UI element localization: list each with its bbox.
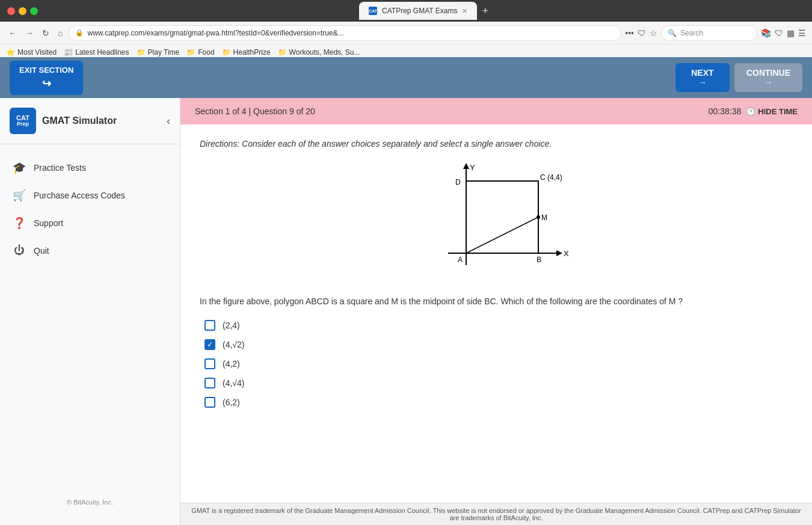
sidebar-label-support: Support xyxy=(34,218,63,228)
folder-icon-healthprize: 📁 xyxy=(222,48,231,57)
bookmark-button[interactable]: ☆ xyxy=(650,28,657,38)
checkbox-b[interactable]: ✓ xyxy=(205,339,215,350)
sidebar-label-practice-tests: Practice Tests xyxy=(34,163,86,173)
menu-button[interactable]: ☰ xyxy=(798,28,806,38)
checkmark-icon: ✓ xyxy=(207,340,213,349)
bookmark-play-time[interactable]: 📁 Play Time xyxy=(137,48,180,57)
graduation-icon: 🎓 xyxy=(12,161,26,174)
answer-choice-d[interactable]: (4,√4) xyxy=(205,378,793,388)
sidebar-item-quit[interactable]: ⏻ Quit xyxy=(0,237,180,264)
continue-button[interactable]: CONTINUE → xyxy=(734,63,802,92)
answer-choices: (2,4) ✓ (4,√2) (4,2) xyxy=(200,320,793,408)
library-button[interactable]: 📚 xyxy=(761,28,771,38)
bookmark-workouts[interactable]: 📁 Workouts, Meds, Su... xyxy=(278,48,360,57)
bookmark-most-visited[interactable]: ⭐ Most Visited xyxy=(6,48,57,57)
tab-close-button[interactable]: ✕ xyxy=(462,7,467,15)
y-axis-label: Y xyxy=(470,163,475,172)
toolbar-right: NEXT → CONTINUE → xyxy=(675,63,802,92)
sidebar: CAT Prep GMAT Simulator ‹ 🎓 Practice Tes… xyxy=(0,98,180,525)
shield-button[interactable]: 🛡 xyxy=(638,28,646,38)
next-label: NEXT xyxy=(691,68,713,78)
point-d-label: D xyxy=(455,178,461,186)
search-placeholder: Search xyxy=(680,29,703,37)
traffic-light-red[interactable] xyxy=(7,7,15,15)
copyright-text: © BitAcuity, Inc. xyxy=(67,499,113,506)
exit-section-label: EXIT SECTION xyxy=(19,66,73,75)
choice-text-d: (4,√4) xyxy=(223,378,244,388)
folder-icon-food: 📁 xyxy=(186,48,195,57)
exit-icon: ↪ xyxy=(42,77,51,90)
cart-icon: 🛒 xyxy=(12,189,26,202)
tab-favicon: CAT xyxy=(369,7,377,15)
point-a-label: A xyxy=(458,256,463,264)
point-m-label: M xyxy=(541,213,547,222)
timer-display: 00:38:38 xyxy=(709,106,742,116)
sidebar-item-support[interactable]: ❓ Support xyxy=(0,209,180,237)
bookmark-latest-headlines[interactable]: 📰 Latest Headlines xyxy=(64,48,129,57)
sidebar-footer: © BitAcuity, Inc. xyxy=(0,489,180,515)
bookmark-healthprize[interactable]: 📁 HealthPrize xyxy=(222,48,271,57)
star-icon: ⭐ xyxy=(6,48,15,57)
answer-choice-b[interactable]: ✓ (4,√2) xyxy=(205,339,793,350)
top-toolbar: EXIT SECTION ↪ NEXT → CONTINUE → xyxy=(0,57,812,98)
x-axis-label: X xyxy=(564,249,569,258)
traffic-light-yellow[interactable] xyxy=(19,7,26,15)
point-c-label: C (4,4) xyxy=(540,173,562,182)
exit-section-button[interactable]: EXIT SECTION ↪ xyxy=(10,61,83,95)
main-content: CAT Prep GMAT Simulator ‹ 🎓 Practice Tes… xyxy=(0,98,812,525)
home-button[interactable]: ⌂ xyxy=(55,26,65,40)
svg-marker-1 xyxy=(556,250,562,256)
section-info: Section 1 of 4 | Question 9 of 20 xyxy=(195,106,315,116)
browser-tab[interactable]: CAT CATPrep GMAT Exams ✕ xyxy=(359,2,477,20)
folder-icon-workouts: 📁 xyxy=(278,48,287,57)
answer-choice-e[interactable]: (6,2) xyxy=(205,397,793,408)
answer-choice-a[interactable]: (2,4) xyxy=(205,320,793,331)
brand: CAT Prep GMAT Simulator xyxy=(10,108,117,134)
refresh-button[interactable]: ↻ xyxy=(40,26,52,40)
app-footer: GMAT is a registered trademark of the Gr… xyxy=(180,503,812,525)
tab-title: CATPrep GMAT Exams xyxy=(382,7,457,15)
brand-title: GMAT Simulator xyxy=(42,115,117,126)
question-text: In the figure above, polygon ABCD is a s… xyxy=(200,295,793,308)
brand-prep: Prep xyxy=(17,121,29,127)
forward-button[interactable]: → xyxy=(23,26,36,40)
more-options-button[interactable]: ••• xyxy=(625,28,634,38)
svg-point-6 xyxy=(537,215,540,219)
coordinate-diagram: Y X A B C (4,4) D M xyxy=(412,163,580,283)
vpn-button[interactable]: 🛡 xyxy=(775,28,783,38)
new-tab-button[interactable]: + xyxy=(482,5,488,17)
choice-text-c: (4,2) xyxy=(223,359,240,369)
news-icon: 📰 xyxy=(64,48,73,57)
url-text: www.catprep.com/exams/gmat/gmat-pwa.html… xyxy=(87,29,343,37)
reader-button[interactable]: ▦ xyxy=(787,28,795,38)
continue-arrow-icon: → xyxy=(764,78,772,87)
question-icon: ❓ xyxy=(12,216,26,230)
browser-search-bar[interactable]: 🔍 Search xyxy=(661,25,757,41)
question-body: Directions: Consider each of the answer … xyxy=(180,124,812,503)
sidebar-nav: 🎓 Practice Tests 🛒 Purchase Access Codes… xyxy=(0,154,180,489)
answer-choice-c[interactable]: (4,2) xyxy=(205,358,793,369)
sidebar-collapse-button[interactable]: ‹ xyxy=(167,115,170,127)
checkbox-e[interactable] xyxy=(205,397,215,408)
bookmark-food[interactable]: 📁 Food xyxy=(186,48,214,57)
next-arrow-icon: → xyxy=(698,78,707,87)
address-bar[interactable]: 🔒 www.catprep.com/exams/gmat/gmat-pwa.ht… xyxy=(69,25,621,41)
checkbox-a[interactable] xyxy=(205,320,215,331)
back-button[interactable]: ← xyxy=(6,26,19,40)
folder-icon-playtime: 📁 xyxy=(137,48,146,57)
next-button[interactable]: NEXT → xyxy=(675,63,730,92)
hide-time-button[interactable]: 🕐 HIDE TIME xyxy=(746,107,798,116)
search-icon: 🔍 xyxy=(668,29,677,37)
sidebar-label-quit: Quit xyxy=(34,246,49,256)
choice-text-b: (4,√2) xyxy=(223,340,244,349)
question-header: Section 1 of 4 | Question 9 of 20 00:38:… xyxy=(180,98,812,124)
brand-logo: CAT Prep xyxy=(10,108,36,134)
checkbox-c[interactable] xyxy=(205,358,215,369)
svg-rect-4 xyxy=(466,181,538,253)
checkbox-d[interactable] xyxy=(205,378,215,388)
sidebar-item-practice-tests[interactable]: 🎓 Practice Tests xyxy=(0,154,180,182)
sidebar-item-purchase-access-codes[interactable]: 🛒 Purchase Access Codes xyxy=(0,182,180,209)
choice-text-e: (6,2) xyxy=(223,398,240,407)
traffic-light-green[interactable] xyxy=(30,7,38,15)
power-icon: ⏻ xyxy=(12,244,26,257)
